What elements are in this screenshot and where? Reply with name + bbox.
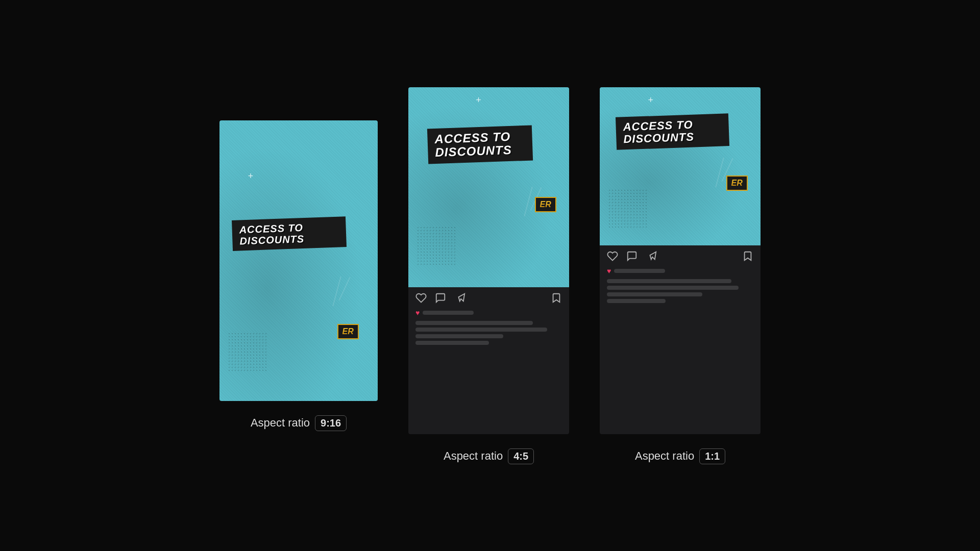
plus-marker-916: +: [248, 171, 254, 182]
aspect-ratio-text-11: Aspect ratio: [635, 449, 694, 463]
title-line2-11: DISCOUNTS: [623, 130, 722, 146]
er-badge-45: ER: [535, 197, 556, 212]
plus-marker-45: +: [476, 95, 481, 106]
card-916[interactable]: + ACCESS TO DISCOUNTS ER: [219, 120, 378, 401]
er-label-45: ER: [540, 200, 551, 209]
heart-icon-45[interactable]: [415, 292, 427, 304]
heart-icon-11[interactable]: [607, 251, 618, 262]
bookmark-icon-45[interactable]: [551, 292, 562, 304]
card-11[interactable]: + ACCESS TO DISCOUNTS ER: [600, 87, 761, 434]
share-icon-45[interactable]: [454, 292, 465, 304]
aspect-badge-45: 4:5: [508, 448, 534, 464]
halftone-916: [228, 332, 268, 373]
title-banner-11: ACCESS TO DISCOUNTS: [615, 113, 729, 150]
caption-line2-45: [415, 328, 547, 332]
halftone-11: [608, 189, 649, 230]
image-area-916: + ACCESS TO DISCOUNTS ER: [219, 120, 378, 401]
plus-marker-11: +: [648, 95, 654, 106]
er-badge-11: ER: [726, 176, 748, 191]
likes-line-45: ♥: [415, 309, 562, 317]
caption-line1-45: [415, 321, 533, 325]
card-wrapper-916: + ACCESS TO DISCOUNTS ER Aspect ratio 9:…: [219, 120, 378, 431]
card-wrapper-45: + ACCESS TO DISCOUNTS ER: [408, 87, 569, 464]
card-45[interactable]: + ACCESS TO DISCOUNTS ER: [408, 87, 569, 434]
social-icons-left-11: [607, 251, 657, 262]
caption-line3-45: [415, 334, 503, 338]
image-area-45: + ACCESS TO DISCOUNTS ER: [408, 87, 569, 287]
aspect-label-916: Aspect ratio 9:16: [251, 415, 347, 431]
aspect-ratio-text-45: Aspect ratio: [444, 449, 503, 463]
er-label-916: ER: [342, 327, 354, 336]
aspect-badge-916: 9:16: [315, 415, 347, 431]
aspect-badge-11: 1:1: [699, 448, 725, 464]
aspect-ratio-text-916: Aspect ratio: [251, 416, 310, 430]
title-line2-45: DISCOUNTS: [435, 143, 526, 160]
caption-line4-45: [415, 341, 489, 345]
social-icons-11: [607, 251, 753, 262]
scratch-916: [331, 276, 362, 317]
comment-icon-45[interactable]: [435, 292, 446, 304]
title-banner-45: ACCESS TO DISCOUNTS: [427, 125, 533, 164]
share-icon-11[interactable]: [646, 251, 657, 262]
er-badge-916: ER: [337, 324, 359, 339]
bookmark-icon-11[interactable]: [742, 251, 753, 262]
title-banner-916: ACCESS TO DISCOUNTS: [232, 216, 347, 251]
svg-marker-1: [650, 252, 656, 259]
comment-icon-11[interactable]: [626, 251, 638, 262]
social-icons-left-45: [415, 292, 465, 304]
heart-filled-11: ♥: [607, 267, 611, 275]
social-icons-45: [415, 292, 562, 304]
heart-filled-45: ♥: [415, 309, 420, 317]
caption-line3-11: [607, 292, 702, 296]
likes-text-11: [614, 269, 665, 273]
likes-line-11: ♥: [607, 267, 753, 275]
main-container: + ACCESS TO DISCOUNTS ER Aspect ratio 9:…: [0, 0, 980, 551]
likes-text-45: [423, 311, 474, 315]
aspect-label-11: Aspect ratio 1:1: [635, 448, 725, 464]
svg-marker-0: [458, 293, 464, 301]
er-label-11: ER: [731, 179, 743, 187]
caption-line4-11: [607, 299, 666, 303]
halftone-45: [416, 226, 457, 267]
caption-line1-11: [607, 279, 731, 283]
social-panel-11: ♥: [600, 245, 761, 434]
image-area-11: + ACCESS TO DISCOUNTS ER: [600, 87, 761, 245]
aspect-label-45: Aspect ratio 4:5: [444, 448, 534, 464]
caption-line2-11: [607, 286, 739, 290]
social-panel-45: ♥: [408, 287, 569, 434]
card-wrapper-11: + ACCESS TO DISCOUNTS ER: [600, 87, 761, 464]
